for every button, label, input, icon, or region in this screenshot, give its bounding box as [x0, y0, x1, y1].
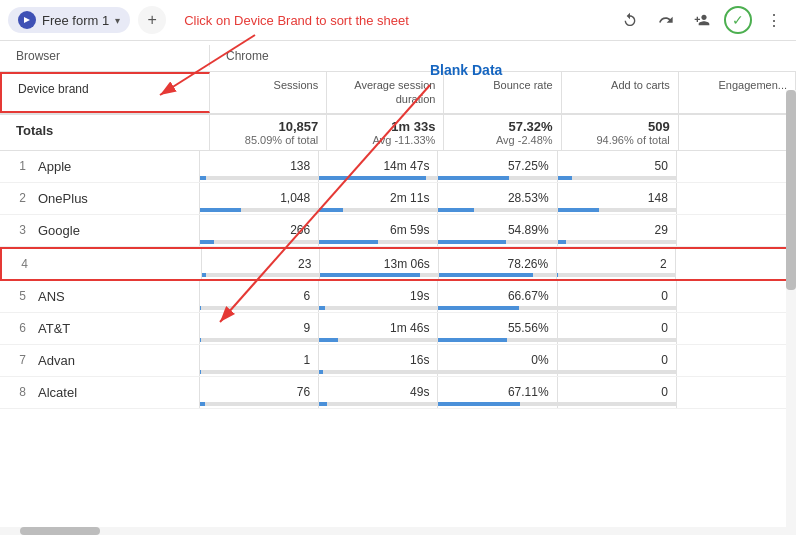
- row-add-to-carts: 0: [558, 377, 677, 408]
- bounce-bar-fill: [438, 338, 507, 342]
- table-row: 6 AT&T 9 1m 46s 55.56% 0: [0, 313, 796, 345]
- sessions-bar-bg: [200, 176, 318, 180]
- totals-sessions: 10,857 85.09% of total: [210, 115, 327, 150]
- row-sessions: 9: [200, 313, 319, 344]
- form-selector[interactable]: Free form 1 ▾: [8, 7, 130, 33]
- row-engagement: [677, 183, 796, 214]
- row-add-to-carts: 2: [557, 249, 675, 279]
- sessions-bar-fill: [200, 306, 201, 310]
- horizontal-scrollbar[interactable]: [0, 527, 786, 535]
- redo-button[interactable]: [652, 6, 680, 34]
- row-label: Alcatel: [30, 377, 200, 408]
- row-engagement: [677, 377, 796, 408]
- column-headers: Device brand Sessions Average session du…: [0, 72, 796, 115]
- form-label: Free form 1: [42, 13, 109, 28]
- row-bounce-rate: 78.26%: [439, 249, 557, 279]
- row-num: 4: [2, 249, 32, 279]
- row-avg-session: 13m 06s: [320, 249, 438, 279]
- avg-bar-fill: [319, 208, 343, 212]
- sessions-bar-bg: [200, 370, 318, 374]
- row-num: 5: [0, 281, 30, 312]
- sessions-bar-bg: [200, 240, 318, 244]
- carts-bar-fill: [558, 240, 566, 244]
- row-add-to-carts: 0: [558, 345, 677, 376]
- more-options-button[interactable]: ⋮: [760, 6, 788, 34]
- row-engagement: [677, 215, 796, 246]
- row-num: 3: [0, 215, 30, 246]
- row-avg-session: 2m 11s: [319, 183, 438, 214]
- carts-bar-bg: [558, 176, 676, 180]
- row-label: ANS: [30, 281, 200, 312]
- row-avg-session: 1m 46s: [319, 313, 438, 344]
- row-label: OnePlus: [30, 183, 200, 214]
- sessions-bar-bg: [202, 273, 319, 277]
- row-sessions: 76: [200, 377, 319, 408]
- row-bounce-rate: 0%: [438, 345, 557, 376]
- carts-bar-fill: [558, 208, 599, 212]
- avg-bar-bg: [319, 370, 437, 374]
- bounce-bar-fill: [438, 402, 520, 406]
- sessions-bar-fill: [200, 208, 241, 212]
- row-label: AT&T: [30, 313, 200, 344]
- table-row: 3 Google 266 6m 59s 54.89% 29: [0, 215, 796, 247]
- sessions-bar-fill: [200, 338, 201, 342]
- dropdown-arrow-icon: ▾: [115, 15, 120, 26]
- row-engagement: [677, 151, 796, 182]
- totals-avg-session: 1m 33s Avg -11.33%: [327, 115, 444, 150]
- avg-bar-bg: [319, 306, 437, 310]
- table-body: 1 Apple 138 14m 47s 57.25% 50: [0, 151, 796, 409]
- check-icon: ✓: [724, 6, 752, 34]
- row-add-to-carts: 50: [558, 151, 677, 182]
- sessions-bar-bg: [200, 338, 318, 342]
- row-sessions: 6: [200, 281, 319, 312]
- row-label: [32, 249, 202, 279]
- sessions-header: Sessions: [210, 72, 327, 113]
- avg-bar-fill: [319, 240, 378, 244]
- row-avg-session: 19s: [319, 281, 438, 312]
- undo-button[interactable]: [616, 6, 644, 34]
- device-brand-header[interactable]: Device brand: [0, 72, 210, 113]
- table-row: 1 Apple 138 14m 47s 57.25% 50: [0, 151, 796, 183]
- row-sessions: 266: [200, 215, 319, 246]
- avg-bar-fill: [319, 176, 425, 180]
- row-bounce-rate: 28.53%: [438, 183, 557, 214]
- vertical-scrollbar[interactable]: [786, 90, 796, 535]
- row-num: 7: [0, 345, 30, 376]
- scroll-thumb[interactable]: [786, 90, 796, 290]
- carts-bar-fill: [558, 176, 572, 180]
- avg-bar-fill: [320, 273, 420, 277]
- h-scroll-thumb[interactable]: [20, 527, 100, 535]
- bounce-bar-bg: [438, 370, 556, 374]
- totals-add-to-carts: 509 94.96% of total: [562, 115, 679, 150]
- row-add-to-carts: 0: [558, 281, 677, 312]
- sub-header: Browser Chrome: [0, 41, 796, 72]
- sessions-bar-bg: [200, 402, 318, 406]
- row-num: 2: [0, 183, 30, 214]
- totals-label: Totals: [0, 115, 210, 150]
- totals-engagement: [679, 115, 796, 150]
- carts-bar-bg: [557, 273, 674, 277]
- row-sessions: 138: [200, 151, 319, 182]
- row-bounce-rate: 55.56%: [438, 313, 557, 344]
- add-button[interactable]: +: [138, 6, 166, 34]
- table-row: 8 Alcatel 76 49s 67.11% 0: [0, 377, 796, 409]
- bounce-bar-fill: [438, 240, 505, 244]
- row-add-to-carts: 29: [558, 215, 677, 246]
- add-icon: +: [148, 11, 157, 29]
- row-avg-session: 14m 47s: [319, 151, 438, 182]
- row-engagement: [677, 281, 796, 312]
- bounce-bar-fill: [438, 176, 509, 180]
- header-bar: Free form 1 ▾ + Click on Device Brand to…: [0, 0, 796, 41]
- engagement-header: Engagemen...: [679, 72, 796, 113]
- row-add-to-carts: 0: [558, 313, 677, 344]
- row-label: Apple: [30, 151, 200, 182]
- add-user-button[interactable]: [688, 6, 716, 34]
- sessions-bar-fill: [200, 176, 206, 180]
- avg-bar-fill: [319, 306, 325, 310]
- avg-bar-fill: [319, 338, 338, 342]
- row-bounce-rate: 67.11%: [438, 377, 557, 408]
- avg-session-header: Average session duration: [327, 72, 444, 113]
- sessions-bar-fill: [200, 402, 205, 406]
- carts-bar-bg: [558, 306, 676, 310]
- bounce-bar-fill: [438, 208, 473, 212]
